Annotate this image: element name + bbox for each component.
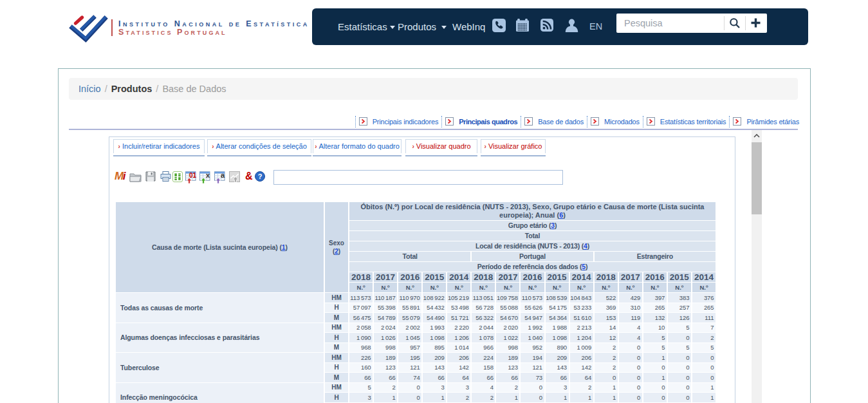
svg-text:?: ? bbox=[258, 173, 263, 180]
svg-text:01: 01 bbox=[189, 172, 197, 179]
svg-text:x: x bbox=[206, 171, 210, 179]
svg-text:a: a bbox=[221, 171, 225, 179]
